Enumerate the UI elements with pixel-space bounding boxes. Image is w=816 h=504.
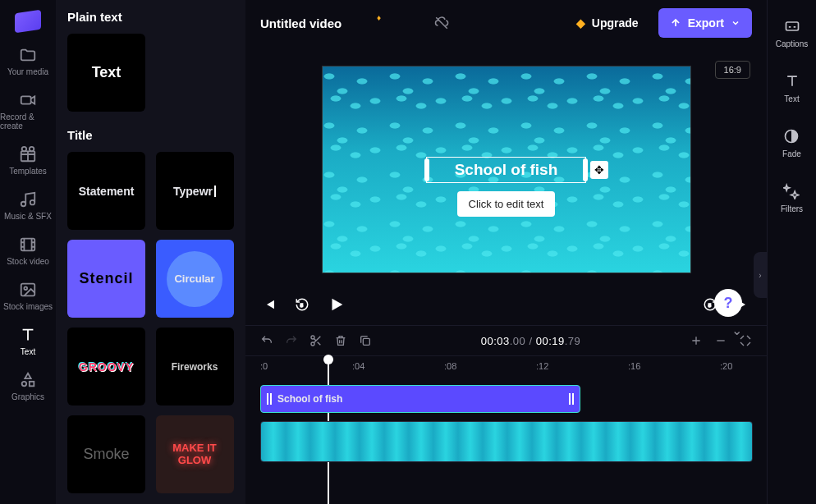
resize-handle-right[interactable]: [583, 158, 588, 181]
nav-text[interactable]: Text: [19, 326, 37, 356]
minus-icon: [714, 334, 727, 347]
text-icon: [19, 326, 37, 344]
timeline-tracks[interactable]: School of fish: [245, 375, 767, 504]
zoom-in-button[interactable]: [690, 334, 703, 347]
aspect-ratio-badge[interactable]: 16:9: [715, 61, 750, 79]
nav-label: Record & create: [0, 112, 56, 131]
text-icon: [784, 73, 800, 89]
resize-handle-left[interactable]: [424, 158, 429, 181]
svg-rect-11: [363, 338, 369, 345]
rewind-button[interactable]: 5: [295, 297, 309, 312]
export-button[interactable]: Export: [658, 8, 752, 38]
nav-stock-video[interactable]: Stock video: [7, 236, 49, 266]
camera-icon: [19, 91, 37, 109]
help-button[interactable]: ?: [714, 289, 742, 317]
preset-circular[interactable]: Circular: [156, 240, 234, 318]
preset-plain-text[interactable]: Text: [67, 34, 145, 112]
text-clip[interactable]: School of fish: [260, 385, 580, 413]
text-presets-panel: Plain text Text Title Statement Typewr S…: [56, 0, 245, 504]
copy-button[interactable]: [359, 334, 372, 347]
collapse-canvas-button[interactable]: ⌄: [731, 323, 742, 338]
svg-point-5: [22, 382, 27, 387]
nav-label: Text: [21, 347, 35, 356]
fade-icon: [783, 128, 800, 144]
rp-filters[interactable]: Filters: [781, 183, 803, 213]
nav-record[interactable]: Record & create: [0, 91, 56, 131]
nav-your-media[interactable]: Your media: [7, 46, 48, 76]
nav-music[interactable]: Music & SFX: [4, 190, 52, 221]
cloud-off-icon: [434, 16, 449, 30]
redo-icon: [285, 334, 298, 347]
preset-fireworks[interactable]: Fireworks: [156, 328, 234, 405]
gem-icon: ◆: [576, 16, 585, 30]
film-icon: [19, 236, 37, 254]
timecode: 00:03.00 / 00:19.79: [383, 335, 678, 347]
svg-text:5: 5: [300, 303, 304, 308]
shapes-icon: [19, 371, 37, 389]
text-overlay[interactable]: School of fish ✥: [426, 157, 587, 183]
trash-icon: [334, 334, 347, 347]
clip-label: School of fish: [277, 393, 342, 405]
play-icon: [328, 296, 346, 314]
chevron-down-icon: [731, 18, 740, 28]
timeline-ruler[interactable]: :0 :04 :08 :12 :16 :20: [245, 355, 767, 375]
upgrade-button[interactable]: ◆ Upgrade: [568, 10, 647, 36]
timeline: 00:03.00 / 00:19.79 :0 :04 :08 :12 :16 :…: [245, 325, 767, 504]
sparkles-icon: [783, 183, 800, 199]
crown-icon: ♦: [377, 13, 381, 22]
nav-graphics[interactable]: Graphics: [11, 371, 44, 401]
music-icon: [19, 190, 37, 208]
rp-fade[interactable]: Fade: [782, 128, 801, 158]
preset-stencil[interactable]: Stencil: [67, 240, 145, 318]
image-icon: [19, 281, 37, 299]
delete-button[interactable]: [334, 334, 347, 347]
video-canvas[interactable]: School of fish ✥ Click to edit text: [322, 66, 691, 273]
play-button[interactable]: [328, 296, 685, 314]
preset-typewriter[interactable]: Typewr: [156, 152, 234, 230]
undo-button[interactable]: [260, 334, 273, 347]
redo-button[interactable]: [285, 334, 298, 347]
right-nav: Captions Text Fade Filters: [767, 0, 816, 504]
app-logo[interactable]: [15, 10, 41, 33]
skip-back-icon: [262, 297, 277, 312]
clip-handle-right[interactable]: [566, 386, 576, 412]
video-clip[interactable]: [260, 421, 753, 462]
svg-rect-12: [786, 22, 798, 30]
preset-statement[interactable]: Statement: [67, 152, 145, 230]
clip-handle-left[interactable]: [264, 386, 274, 412]
timeline-toolbar: 00:03.00 / 00:19.79: [245, 326, 767, 355]
zoom-out-button[interactable]: [714, 334, 727, 347]
svg-rect-2: [21, 239, 35, 251]
split-button[interactable]: [309, 334, 323, 347]
nav-templates[interactable]: Templates: [9, 145, 47, 176]
skip-start-button[interactable]: [262, 297, 277, 312]
cloud-sync-button[interactable]: [431, 12, 452, 34]
nav-label: Templates: [9, 167, 47, 176]
preset-smoke[interactable]: Smoke: [67, 415, 145, 493]
topbar: ♦ ◆ Upgrade Export: [245, 0, 767, 46]
scissors-icon: [309, 334, 323, 347]
section-plain-text: Plain text: [67, 10, 234, 24]
move-handle[interactable]: ✥: [590, 161, 608, 179]
nav-label: Graphics: [11, 392, 44, 401]
svg-text:5: 5: [708, 303, 712, 308]
video-title-input[interactable]: [260, 16, 419, 30]
svg-rect-0: [21, 96, 31, 103]
nav-label: Stock video: [7, 257, 49, 266]
overlay-caption[interactable]: School of fish: [455, 161, 558, 178]
rewind-icon: 5: [295, 297, 309, 312]
plus-icon: [690, 334, 703, 347]
svg-point-4: [24, 286, 27, 290]
preset-glow[interactable]: MAKE IT GLOW: [156, 415, 234, 493]
collapse-right-panel[interactable]: ›: [754, 252, 767, 298]
duplicate-icon: [359, 334, 372, 347]
rp-captions[interactable]: Captions: [776, 18, 808, 48]
upload-icon: [670, 17, 681, 29]
playback-controls: 5 5 ? ⌄: [245, 284, 767, 325]
captions-icon: [784, 18, 800, 34]
edit-text-tooltip: Click to edit text: [457, 191, 556, 217]
nav-stock-images[interactable]: Stock images: [3, 281, 53, 311]
svg-rect-6: [30, 382, 34, 387]
preset-groovy[interactable]: GROOVY: [67, 328, 145, 405]
rp-text[interactable]: Text: [784, 73, 800, 103]
